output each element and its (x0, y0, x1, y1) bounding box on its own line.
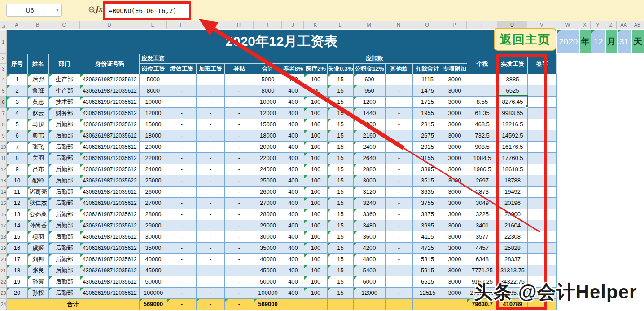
col-header-index[interactable]: 序号 (7, 53, 28, 74)
cell-special-deduction[interactable]: 3000 (442, 220, 467, 231)
cell-post-salary[interactable]: 18000 (140, 130, 167, 141)
cell-unemployment[interactable]: 15 (328, 242, 354, 253)
cell-post-salary[interactable]: 45000 (140, 265, 167, 276)
cell-allowance[interactable]: - (225, 164, 254, 175)
cell-unemployment[interactable]: 15 (328, 130, 354, 141)
col-header-post-salary[interactable]: 岗位工资 (140, 63, 167, 74)
cell-other-deduction[interactable]: - (386, 186, 413, 197)
cell-merit-salary[interactable]: - (167, 119, 197, 130)
cell-medical[interactable]: 100 (304, 287, 328, 298)
cell-gross-total[interactable]: 35000 (254, 242, 282, 253)
row-header-9[interactable]: 9 (0, 130, 7, 141)
cell-net-salary[interactable]: 25828 (498, 242, 528, 253)
column-letter-AA[interactable]: AA (617, 21, 631, 29)
cell-net-salary[interactable]: 20900 (498, 209, 528, 220)
cell-net-salary[interactable]: 21604 (498, 220, 528, 231)
row-header-7[interactable]: 7 (0, 107, 7, 119)
cell-other-deduction[interactable]: - (386, 231, 413, 242)
col-header-net[interactable]: 实发工资 (498, 53, 528, 74)
cell-special-deduction[interactable]: 3000 (442, 253, 467, 265)
cell-idcard[interactable]: 430626198712035612 (80, 209, 140, 220)
cell-signature[interactable] (528, 265, 557, 276)
cell-allowance[interactable]: - (225, 96, 254, 107)
cell-allowance[interactable]: - (225, 152, 254, 164)
cell-medical[interactable]: 100 (304, 107, 328, 119)
zoom-out-icon[interactable] (88, 6, 97, 17)
cell-name[interactable]: 貂蝉 (28, 175, 49, 186)
cell-deduction-total[interactable]: 2315 (413, 119, 442, 130)
cell-deduction-total[interactable]: 2675 (413, 130, 442, 141)
cell-special-deduction[interactable]: 3000 (442, 164, 467, 175)
cell-dept[interactable]: 生产部 (49, 85, 80, 96)
cell-merit-salary[interactable]: - (167, 175, 197, 186)
cell-tax[interactable]: 6348 (467, 253, 498, 265)
cell-index[interactable]: 15 (7, 231, 28, 242)
cell-special-deduction[interactable]: 3000 (442, 186, 467, 197)
cell-gross-total[interactable]: 40000 (254, 253, 282, 265)
date-month-unit[interactable]: 月 (606, 30, 617, 53)
row-header-2[interactable]: 2 (0, 53, 7, 63)
cell-signature[interactable] (528, 209, 557, 220)
cell-overtime-salary[interactable]: - (197, 209, 225, 220)
cell-deduction-total[interactable]: 3515 (413, 175, 442, 186)
cell-merit-salary[interactable]: - (167, 265, 197, 276)
total-housing-fund[interactable] (354, 298, 386, 310)
cell-idcard[interactable]: 430626198712035612 (80, 276, 140, 287)
cell-overtime-salary[interactable]: - (197, 287, 225, 298)
cell-pension[interactable]: 400 (282, 220, 304, 231)
cell-pension[interactable]: 400 (282, 265, 304, 276)
col-header-housing-fund[interactable]: 公积金12% (354, 63, 386, 74)
cell-idcard[interactable]: 430626198712035612 (80, 242, 140, 253)
cell-pension[interactable]: 400 (282, 276, 304, 287)
cell-allowance[interactable]: - (225, 197, 254, 209)
cell-unemployment[interactable]: 15 (328, 186, 354, 197)
cell-other-deduction[interactable]: - (386, 242, 413, 253)
cell-other-deduction[interactable]: - (386, 164, 413, 175)
col-group-gross[interactable]: 应发工资 (140, 53, 282, 63)
cell-net-salary[interactable]: 9983.65 (498, 107, 528, 119)
cell-deduction-total[interactable]: 3395 (413, 164, 442, 175)
cell-tax[interactable]: - (467, 85, 498, 96)
cell-index[interactable]: 13 (7, 209, 28, 220)
cell-tax[interactable]: 4457 (467, 242, 498, 253)
cell-housing-fund[interactable]: 3480 (354, 220, 386, 231)
cell-pension[interactable]: 400 (282, 96, 304, 107)
row-header-4[interactable]: 4 (0, 74, 7, 85)
cell-pension[interactable]: 400 (282, 231, 304, 242)
cell-special-deduction[interactable]: 3000 (442, 197, 467, 209)
cell-medical[interactable]: 100 (304, 96, 328, 107)
cell-idcard[interactable]: 430626198712035622 (80, 175, 140, 186)
cell-name[interactable]: 吕布 (28, 164, 49, 175)
cell-housing-fund[interactable]: 2160 (354, 130, 386, 141)
column-letter-C[interactable]: C (48, 21, 80, 29)
cell-name[interactable]: 刘邦 (28, 253, 49, 265)
cell-signature[interactable] (528, 130, 557, 141)
cell-dept[interactable]: 后勤部 (49, 231, 80, 242)
cell-index[interactable]: 20 (7, 287, 28, 298)
cell-tax[interactable]: 468.5 (467, 119, 498, 130)
cell-other-deduction[interactable]: - (386, 287, 413, 298)
cell-name[interactable]: 诸葛亮 (28, 186, 49, 197)
cell-pension[interactable]: 400 (282, 107, 304, 119)
cell-name[interactable]: 鲁班 (28, 85, 49, 96)
cell-gross-total[interactable]: 22000 (254, 152, 282, 164)
cell-gross-total[interactable]: 28000 (254, 209, 282, 220)
cell-pension[interactable]: 400 (282, 119, 304, 130)
cell-tax[interactable]: 3225 (467, 209, 498, 220)
cell-post-salary[interactable]: 40000 (140, 253, 167, 265)
cell-tax[interactable]: 908.5 (467, 141, 498, 152)
cell-overtime-salary[interactable]: - (197, 85, 225, 96)
cell-other-deduction[interactable]: - (386, 175, 413, 186)
cell-idcard[interactable]: 430626198712035612 (80, 152, 140, 164)
cell-deduction-total[interactable]: 3155 (413, 152, 442, 164)
cell-gross-total[interactable]: 30000 (254, 231, 282, 242)
cell-allowance[interactable]: - (225, 130, 254, 141)
cell-unemployment[interactable]: 15 (328, 220, 354, 231)
cell-post-salary[interactable]: 100000 (140, 287, 167, 298)
cell-index[interactable]: 7 (7, 141, 28, 152)
cell-net-salary[interactable]: 18788 (498, 175, 528, 186)
row-header-14[interactable]: 14 (0, 186, 7, 197)
cell-other-deduction[interactable]: - (386, 265, 413, 276)
cell-allowance[interactable]: - (225, 242, 254, 253)
cell-index[interactable]: 5 (7, 119, 28, 130)
